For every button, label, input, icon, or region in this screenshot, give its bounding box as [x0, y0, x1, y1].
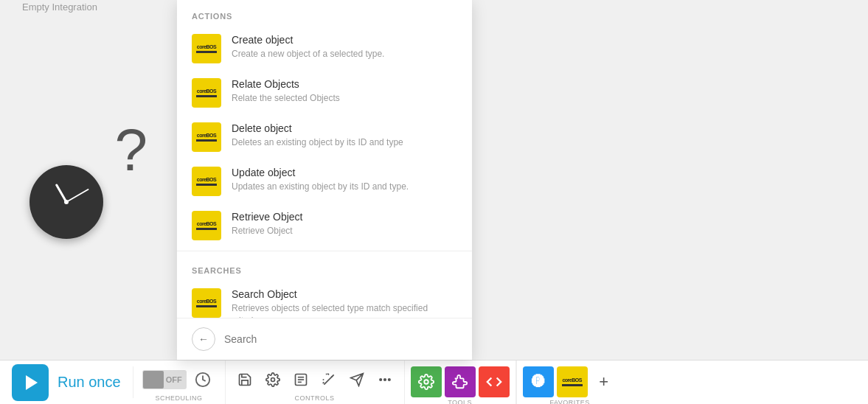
back-button[interactable]: ←	[192, 327, 215, 351]
controls-section: CONTROLS	[226, 361, 405, 404]
save-icon-button[interactable]	[232, 366, 258, 393]
clock-toolbar-icon[interactable]	[190, 366, 216, 393]
toggle-knob	[143, 371, 164, 389]
tools-purple-button[interactable]	[445, 366, 476, 397]
svg-point-1	[271, 378, 274, 382]
relate-objects-icon: coreBOS	[192, 78, 221, 108]
corebos-logo-text: coreBOS	[197, 44, 216, 49]
empty-integration-label: Empty Integration	[22, 1, 97, 13]
update-object-title: Update object	[232, 167, 409, 178]
divider-searches	[177, 251, 472, 251]
delete-object-title: Delete object	[232, 122, 403, 134]
favorites-blue-button[interactable]: 🅟	[523, 366, 554, 397]
scheduling-label: SCHEDULING	[156, 394, 203, 402]
magic-wand-icon-button[interactable]	[316, 366, 342, 393]
settings-icon-button[interactable]	[260, 366, 286, 393]
actions-section-label: ACTIONS	[177, 0, 472, 27]
scheduling-controls: OFF	[142, 366, 216, 393]
svg-point-17	[424, 380, 428, 384]
create-object-icon: coreBOS	[192, 34, 221, 63]
relate-objects-text: Relate Objects Relate the selected Objec…	[232, 78, 340, 105]
corebos-bar	[196, 51, 217, 53]
action-item-relate-objects[interactable]: coreBOS Relate Objects Relate the select…	[177, 71, 472, 115]
favorites-corebos-button[interactable]: coreBOS	[557, 366, 588, 397]
action-item-update-object[interactable]: coreBOS Update object Updates an existin…	[177, 159, 472, 203]
main-area: Empty Integration ? ACTIONS coreBOS	[0, 0, 868, 360]
retrieve-object-desc: Retrieve Object	[232, 225, 302, 237]
svg-point-16	[388, 379, 390, 381]
run-once-button[interactable]	[12, 364, 49, 401]
run-once-label: Run once	[58, 374, 121, 391]
action-item-delete-object[interactable]: coreBOS Delete object Deletes an existin…	[177, 115, 472, 159]
corebos-fav-bar	[562, 384, 583, 386]
clock-icon	[29, 165, 103, 239]
retrieve-object-title: Retrieve Object	[232, 211, 302, 223]
update-object-desc: Updates an existing object by its ID and…	[232, 181, 409, 193]
svg-line-9	[331, 376, 333, 377]
illustration-container: ?	[29, 121, 147, 239]
scheduling-toggle[interactable]: OFF	[142, 370, 187, 389]
search-object-icon: coreBOS	[192, 288, 221, 318]
create-object-text: Create object Create a new object of a s…	[232, 34, 384, 60]
scheduling-section: OFF SCHEDULING	[133, 361, 226, 404]
add-icon: +	[599, 372, 608, 391]
relate-objects-title: Relate Objects	[232, 78, 340, 90]
tools-section: TOOLS	[405, 361, 516, 404]
toggle-off-label: OFF	[166, 375, 182, 384]
svg-line-8	[327, 374, 329, 375]
action-item-retrieve-object[interactable]: coreBOS Retrieve Object Retrieve Object	[177, 203, 472, 248]
favorites-section: 🅟 coreBOS + FAVORITES	[516, 361, 623, 404]
favorites-label: FAVORITES	[549, 399, 589, 404]
create-object-title: Create object	[232, 34, 384, 46]
left-panel: ?	[0, 0, 177, 360]
update-object-icon: coreBOS	[192, 167, 221, 196]
searches-section-label: SEARCHES	[177, 254, 472, 281]
retrieve-object-icon: coreBOS	[192, 211, 221, 240]
controls-label: CONTROLS	[295, 394, 335, 402]
retrieve-object-text: Retrieve Object Retrieve Object	[232, 211, 302, 237]
svg-point-15	[383, 379, 386, 381]
delete-object-text: Delete object Deletes an existing object…	[232, 122, 403, 149]
action-item-create-object[interactable]: coreBOS Create object Create a new objec…	[177, 27, 472, 71]
question-mark-icon: ?	[115, 121, 148, 180]
clock-face	[33, 169, 100, 235]
update-object-text: Update object Updates an existing object…	[232, 167, 409, 193]
pricetag-letter: 🅟	[532, 375, 545, 390]
tools-green-button[interactable]	[411, 366, 442, 397]
more-icon-button[interactable]	[372, 366, 398, 393]
search-bar: ←	[177, 318, 472, 360]
favorites-add-button[interactable]: +	[591, 369, 617, 395]
clock-center-dot	[64, 200, 69, 204]
create-object-desc: Create a new object of a selected type.	[232, 48, 384, 60]
svg-point-14	[380, 379, 382, 381]
favorites-icons: 🅟 coreBOS +	[523, 366, 617, 397]
bottom-toolbar: Run once OFF SCHEDULING	[0, 360, 868, 404]
run-once-section: Run once	[0, 361, 133, 404]
delete-object-desc: Deletes an existing object by its ID and…	[232, 136, 403, 149]
notes-icon-button[interactable]	[288, 366, 314, 393]
send-icon-button[interactable]	[344, 366, 370, 393]
search-object-title: Search Object	[232, 288, 457, 300]
controls-icons	[232, 366, 398, 393]
tools-label: TOOLS	[448, 399, 472, 404]
actions-dropdown-panel: ACTIONS coreBOS Create object Create a n…	[177, 0, 472, 360]
delete-object-icon: coreBOS	[192, 122, 221, 152]
search-input[interactable]	[224, 333, 457, 345]
relate-objects-desc: Relate the selected Objects	[232, 92, 340, 105]
svg-line-11	[322, 382, 324, 383]
clock-hand-minute	[66, 189, 89, 203]
tools-red-button[interactable]	[479, 366, 510, 397]
tools-icons	[411, 366, 510, 397]
corebos-fav-logo: coreBOS	[562, 377, 581, 383]
play-icon	[26, 375, 38, 390]
